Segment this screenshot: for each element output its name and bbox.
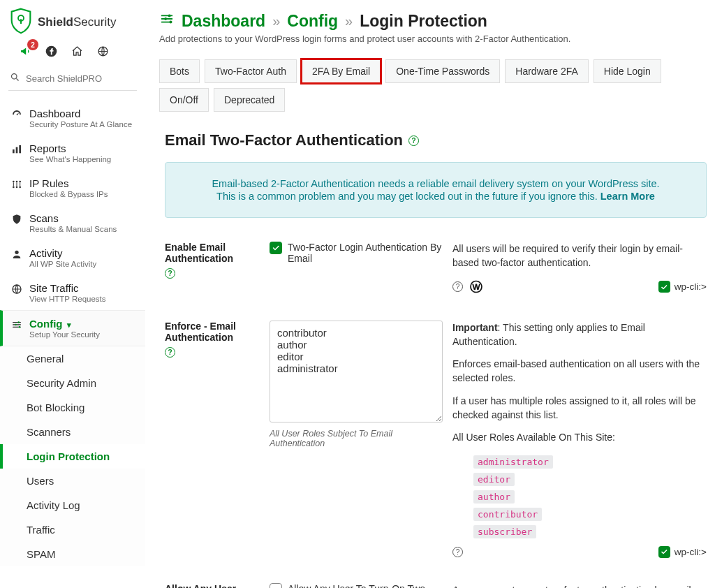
- help-icon[interactable]: ?: [165, 347, 175, 358]
- tab-hardware-2fa[interactable]: Hardware 2FA: [505, 59, 588, 83]
- help-icon[interactable]: ?: [452, 281, 463, 292]
- subnav-login-protection[interactable]: Login Protection: [0, 444, 145, 469]
- svg-rect-1: [20, 19, 22, 24]
- tab-2fa-by-email[interactable]: 2FA By Email: [302, 59, 381, 83]
- subnav-general[interactable]: General: [0, 346, 145, 371]
- announcements-badge: 2: [27, 39, 38, 50]
- info-callout: Email-based 2-Factor Authentication need…: [165, 162, 707, 218]
- chart-icon: [11, 144, 22, 155]
- setting-enable-email-auth: Enable Email Authentication ? Two-Factor…: [165, 235, 707, 314]
- svg-point-9: [13, 181, 15, 183]
- learn-more-link[interactable]: Learn More: [600, 191, 655, 202]
- main-nav: DashboardSecurity Posture At A Glance Re…: [0, 101, 145, 566]
- role-tag: editor: [473, 473, 515, 486]
- help-text: If a user has multiple roles assigned to…: [452, 394, 707, 422]
- tab-on-off[interactable]: On/Off: [159, 88, 209, 112]
- info-line: This is a common problem and you may get…: [182, 191, 689, 202]
- setting-help: Any user can turn on two-factor authenti…: [452, 583, 707, 588]
- nav-sub: See What's Happening: [29, 155, 111, 163]
- breadcrumb: Dashboard » Config » Login Protection: [159, 11, 711, 31]
- search-icon: [10, 72, 20, 84]
- globe-icon[interactable]: [97, 45, 109, 59]
- checkbox-checked-icon[interactable]: [270, 242, 282, 254]
- subnav-traffic[interactable]: Traffic: [0, 517, 145, 542]
- config-subnav: General Security Admin Bot Blocking Scan…: [0, 346, 145, 566]
- help-icon[interactable]: ?: [408, 135, 419, 146]
- subnav-scanners[interactable]: Scanners: [0, 420, 145, 444]
- help-icon[interactable]: ?: [452, 547, 463, 557]
- svg-point-19: [19, 326, 21, 328]
- shield-icon: [11, 214, 22, 225]
- checkbox-checked-icon: [658, 281, 670, 293]
- quick-links: 2: [0, 40, 145, 66]
- svg-point-12: [13, 186, 15, 189]
- svg-point-22: [169, 21, 172, 24]
- svg-point-13: [16, 186, 18, 189]
- home-icon[interactable]: [71, 45, 83, 59]
- crumb-config[interactable]: Config: [287, 12, 338, 31]
- tab-two-factor-auth[interactable]: Two-Factor Auth: [205, 59, 297, 83]
- help-text: All users will be required to verify the…: [452, 242, 707, 270]
- subnav-bot-blocking[interactable]: Bot Blocking: [0, 395, 145, 420]
- subnav-spam[interactable]: SPAM: [0, 542, 145, 566]
- nav-config[interactable]: Config ▾Setup Your Security: [0, 310, 145, 346]
- main: Dashboard » Config » Login Protection Ad…: [145, 0, 715, 588]
- svg-point-21: [164, 17, 167, 20]
- tabs: Bots Two-Factor Auth 2FA By Email One-Ti…: [159, 59, 711, 112]
- help-text: Enforces email-based authentication on a…: [452, 357, 707, 385]
- settings-form: Enable Email Authentication ? Two-Factor…: [159, 235, 711, 588]
- help-text: Important: This setting only applies to …: [452, 321, 707, 349]
- nav-label: Site Traffic: [29, 282, 106, 294]
- tab-one-time-passwords[interactable]: One-Time Passwords: [385, 59, 500, 83]
- setting-label: Allow Any User ?: [165, 583, 260, 588]
- nav-sub: Security Posture At A Glance: [29, 120, 132, 128]
- wordpress-icon[interactable]: ⓦ: [470, 279, 482, 295]
- tab-bots[interactable]: Bots: [159, 59, 200, 83]
- setting-control[interactable]: Two-Factor Login Authentication By Email: [270, 242, 443, 264]
- tab-deprecated[interactable]: Deprecated: [214, 88, 285, 112]
- nav-reports[interactable]: ReportsSee What's Happening: [0, 135, 145, 170]
- crumb-dashboard[interactable]: Dashboard: [182, 12, 265, 31]
- globe-icon: [11, 284, 22, 295]
- sliders-icon: [159, 11, 175, 31]
- nav-dashboard[interactable]: DashboardSecurity Posture At A Glance: [0, 101, 145, 135]
- search-input[interactable]: [24, 73, 135, 84]
- nav-traffic[interactable]: Site TrafficView HTTP Requests: [0, 275, 145, 310]
- facebook-icon[interactable]: [45, 45, 57, 59]
- setting-enforce-email-auth: Enforce - Email Authentication ? contrib…: [165, 314, 707, 576]
- help-text: All User Roles Available On This Site:: [452, 430, 707, 444]
- checkbox-unchecked-icon[interactable]: [270, 583, 282, 588]
- announcements-icon[interactable]: 2: [20, 45, 31, 59]
- user-icon: [11, 249, 22, 260]
- shield-logo-icon: [10, 7, 32, 37]
- nav-label: Activity: [29, 247, 96, 259]
- checkbox-checked-icon: [658, 546, 670, 558]
- svg-point-17: [17, 321, 20, 323]
- sidebar: ShieldSecurity 2 DashboardSecurity Postu…: [0, 0, 145, 588]
- nav-activity[interactable]: ActivityAll WP Site Activity: [0, 240, 145, 275]
- sliders-icon: [11, 319, 22, 330]
- tab-hide-login[interactable]: Hide Login: [594, 59, 661, 83]
- crumb-current: Login Protection: [360, 12, 487, 31]
- search-box[interactable]: [8, 69, 137, 91]
- field-hint: All User Roles Subject To Email Authenti…: [270, 429, 443, 448]
- setting-control[interactable]: Allow Any User To Turn-On Two-Factor Aut…: [270, 583, 443, 588]
- nav-sub: Setup Your Security: [29, 330, 100, 339]
- roles-textarea[interactable]: contributor author editor administrator: [270, 321, 443, 422]
- svg-point-4: [12, 74, 17, 80]
- subnav-users[interactable]: Users: [0, 469, 145, 493]
- crumb-sep: »: [345, 13, 353, 29]
- subnav-activity-log[interactable]: Activity Log: [0, 493, 145, 517]
- nav-scans[interactable]: ScansResults & Manual Scans: [0, 205, 145, 240]
- role-tags: administrator editor author contributor …: [473, 453, 707, 541]
- setting-allow-any-user: Allow Any User ? Allow Any User To Turn-…: [165, 576, 707, 588]
- crumb-sep: »: [272, 13, 280, 29]
- svg-rect-8: [19, 145, 21, 153]
- checkbox-label: Two-Factor Login Authentication By Email: [288, 242, 443, 264]
- nav-ip-rules[interactable]: IP RulesBlocked & Bypass IPs: [0, 170, 145, 205]
- subnav-security-admin[interactable]: Security Admin: [0, 371, 145, 395]
- info-line: Email-based 2-Factor Authentication need…: [182, 178, 689, 189]
- chevron-down-icon: ▾: [67, 321, 71, 329]
- help-icon[interactable]: ?: [165, 268, 175, 279]
- svg-point-11: [19, 181, 21, 183]
